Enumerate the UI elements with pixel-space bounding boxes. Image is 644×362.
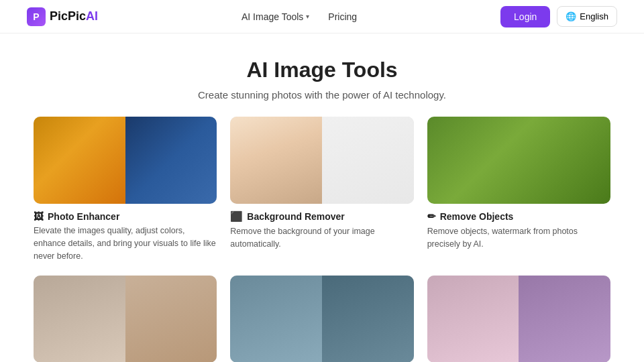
tool-icon-photo-enhancer: 🖼 [34, 210, 44, 222]
tool-card-hairstyles-girls[interactable]: 🔥 HairStyles For Girls Try new hairstyle… [427, 276, 610, 362]
tool-desc-background-remover: Remove the background of your image auto… [230, 225, 413, 251]
globe-icon: 🌐 [566, 11, 576, 21]
tool-title-remove-objects: ✏ Remove Objects [427, 210, 610, 223]
tool-title-background-remover: ⬛ Background Remover [230, 210, 413, 223]
nav-ai-tools[interactable]: AI Image Tools ▾ [241, 11, 309, 22]
page-title: AI Image Tools [13, 58, 631, 82]
tool-desc-remove-objects: Remove objects, watermark from photos pr… [427, 225, 610, 251]
tool-icon-remove-objects: ✏ [427, 210, 436, 223]
main-nav: AI Image Tools ▾ Pricing [241, 11, 357, 22]
tool-title-photo-enhancer: 🖼 Photo Enhancer [34, 210, 217, 222]
login-button[interactable]: Login [500, 6, 550, 27]
nav-pricing[interactable]: Pricing [328, 11, 357, 22]
tools-grid: 🖼 Photo Enhancer Elevate the images qual… [20, 117, 624, 362]
tool-card-hairstyles-women[interactable]: 🔥 HairStyles For Women Try new hairstyle… [34, 276, 217, 362]
language-selector[interactable]: 🌐 English [557, 6, 617, 27]
tool-card-photo-enhancer[interactable]: 🖼 Photo Enhancer Elevate the images qual… [34, 117, 217, 262]
chevron-down-icon: ▾ [306, 13, 309, 20]
hero-subtitle: Create stunning photos with the power of… [13, 89, 631, 101]
header-actions: Login 🌐 English [500, 6, 617, 27]
logo-text: PicPicAI [50, 9, 98, 23]
tool-icon-background-remover: ⬛ [230, 210, 243, 223]
tool-card-background-remover[interactable]: ⬛ Background Remover Remove the backgrou… [230, 117, 413, 262]
tool-card-remove-objects[interactable]: ✏ Remove Objects Remove objects, waterma… [427, 117, 610, 262]
hero-section: AI Image Tools Create stunning photos wi… [0, 34, 644, 117]
logo[interactable]: P PicPicAI [27, 7, 98, 26]
tool-card-hairstyles-men[interactable]: 🔥 Hairstyles For Men Try the best hairst… [230, 276, 413, 362]
logo-icon: P [27, 7, 46, 26]
tool-desc-photo-enhancer: Elevate the images quality, adjust color… [34, 225, 217, 262]
